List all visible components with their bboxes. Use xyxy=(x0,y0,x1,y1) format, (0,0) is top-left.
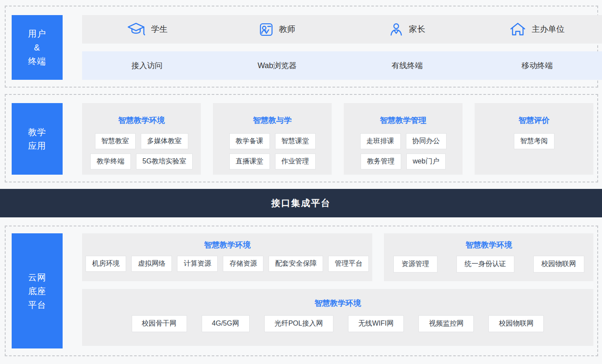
chip: 光纤POL接入网 xyxy=(264,315,333,332)
chip-row: 教学备课智慧课堂 xyxy=(213,133,332,149)
chip: 走班排课 xyxy=(360,133,401,149)
chip: 协同办公 xyxy=(406,133,447,149)
chip: 资源管理 xyxy=(393,256,437,273)
chip: 作业管理 xyxy=(275,154,316,169)
cloud-row-2: 智慧教学环境 校园骨干网4G/5G网光纤POL接入网无线WIFI网视频监控网校园… xyxy=(82,289,593,346)
chip-row: 校园骨干网4G/5G网光纤POL接入网无线WIFI网视频监控网校园物联网 xyxy=(82,315,593,332)
group-title: 智慧教学管理 xyxy=(344,115,463,126)
chip: 无线WIFI网 xyxy=(348,315,404,332)
id-badge-icon xyxy=(259,22,273,37)
group-title: 智慧教学环境 xyxy=(82,240,372,250)
access-item: Wab浏览器 xyxy=(212,51,342,80)
chip-row: 资源管理统一身份认证校园物联网 xyxy=(384,256,593,273)
chip: 计算资源 xyxy=(177,256,218,272)
actors-grid: 学生 教师 xyxy=(82,15,602,44)
chip-row: 走班排课协同办公 xyxy=(344,133,463,149)
section-label-users: 用户 & 终端 xyxy=(12,15,63,80)
chip: 配套安全保障 xyxy=(269,256,323,272)
group-smart-teach-learn: 智慧教与学 教学备课智慧课堂 直播课堂作业管理 xyxy=(213,103,332,175)
chip: 教学终端 xyxy=(90,154,131,169)
section-label-apps: 教学 应用 xyxy=(12,103,63,175)
actor-label: 教师 xyxy=(279,24,295,35)
cloud-platform-section: 云网 底座 平台 智慧教学环境 机房环境虚拟网络计算资源存储资源配套安全保障管理… xyxy=(5,226,598,356)
chip: 校园物联网 xyxy=(533,256,584,273)
person-icon xyxy=(389,22,403,37)
apps-groups: 智慧教学环境 智慧教室多媒体教室 教学终端5G教培实验室 智慧教与学 教学备课智… xyxy=(82,103,593,175)
group-title: 智慧教与学 xyxy=(213,115,332,126)
group-title: 智慧教学环境 xyxy=(82,298,593,308)
group-title: 智慧教学环境 xyxy=(82,115,201,126)
chip: 智慧课堂 xyxy=(275,133,316,149)
group-title: 智慧评价 xyxy=(475,115,593,126)
chip: 4G/5G网 xyxy=(202,315,250,332)
chip-row: 智慧教室多媒体教室 xyxy=(82,133,201,149)
house-icon xyxy=(510,22,526,37)
chip-row: 教务管理web门户 xyxy=(344,154,463,169)
chip: 校园骨干网 xyxy=(132,315,187,332)
access-item: 接入访问 xyxy=(82,51,212,80)
chip: 直播课堂 xyxy=(229,154,270,169)
architecture-diagram: 用户 & 终端 学生 xyxy=(0,0,602,364)
graduation-cap-icon xyxy=(127,22,146,37)
chip: 5G教培实验室 xyxy=(136,154,193,169)
actor-teacher: 教师 xyxy=(212,15,342,44)
group-smart-teaching-env: 智慧教学环境 智慧教室多媒体教室 教学终端5G教培实验室 xyxy=(82,103,201,175)
integration-band-title: 接口集成平台 xyxy=(271,197,331,209)
group-campus-networks: 智慧教学环境 校园骨干网4G/5G网光纤POL接入网无线WIFI网视频监控网校园… xyxy=(82,289,593,346)
actor-label: 主办单位 xyxy=(532,24,564,35)
chip: 存储资源 xyxy=(223,256,263,272)
actor-label: 学生 xyxy=(151,24,168,35)
chip: 管理平台 xyxy=(328,256,369,272)
chip: 智慧考阅 xyxy=(514,133,554,149)
group-cloud-services: 智慧教学环境 资源管理统一身份认证校园物联网 xyxy=(384,233,593,281)
cloud-row-1: 智慧教学环境 机房环境虚拟网络计算资源存储资源配套安全保障管理平台 智慧教学环境… xyxy=(82,233,593,281)
section-label-cloud: 云网 底座 平台 xyxy=(12,233,63,348)
chip: 教务管理 xyxy=(361,154,401,169)
access-row: 接入访问Wab浏览器有线终端移动终端 ··· xyxy=(82,51,602,80)
access-item: 移动终端 xyxy=(472,51,602,80)
chip-row: 智慧考阅 xyxy=(475,133,593,149)
actors-row: 学生 教师 xyxy=(82,15,602,44)
group-smart-teaching-mgmt: 智慧教学管理 走班排课协同办公 教务管理web门户 xyxy=(344,103,463,175)
users-terminals-section: 用户 & 终端 学生 xyxy=(5,6,598,88)
chip-row: 直播课堂作业管理 xyxy=(213,154,332,169)
chip: 教学备课 xyxy=(229,133,270,149)
chip-row: 教学终端5G教培实验室 xyxy=(82,154,201,169)
actor-student: 学生 xyxy=(82,15,212,44)
access-grid: 接入访问Wab浏览器有线终端移动终端 xyxy=(82,51,602,80)
teaching-apps-section: 教学 应用 智慧教学环境 智慧教室多媒体教室 教学终端5G教培实验室 智慧教与学… xyxy=(5,94,598,182)
actor-label: 家长 xyxy=(409,24,425,35)
integration-band: 接口集成平台 xyxy=(0,189,602,217)
chip-row: 机房环境虚拟网络计算资源存储资源配套安全保障管理平台 xyxy=(82,256,372,272)
chip: 统一身份认证 xyxy=(456,256,514,273)
chip: 机房环境 xyxy=(86,256,126,272)
group-title: 智慧教学环境 xyxy=(384,240,593,250)
actor-parent: 家长 xyxy=(342,15,472,44)
group-smart-evaluation: 智慧评价 智慧考阅 xyxy=(475,103,593,175)
chip: 多媒体教室 xyxy=(141,133,188,149)
group-cloud-infra: 智慧教学环境 机房环境虚拟网络计算资源存储资源配套安全保障管理平台 xyxy=(82,233,372,281)
chip: 智慧教室 xyxy=(95,133,136,149)
actor-organizer: 主办单位 xyxy=(472,15,602,44)
chip: 视频监控网 xyxy=(418,315,474,332)
chip: 虚拟网络 xyxy=(131,256,172,272)
chip: web门户 xyxy=(406,154,446,169)
chip: 校园物联网 xyxy=(488,315,544,332)
access-item: 有线终端 xyxy=(342,51,472,80)
